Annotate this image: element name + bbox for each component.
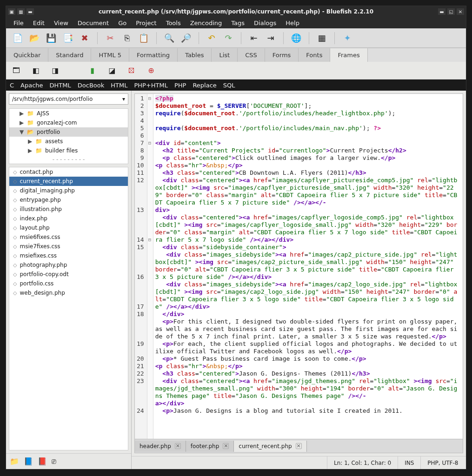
file-item[interactable]: ◇portfolio-copy.odt <box>9 270 128 279</box>
cut-icon[interactable]: ✂ <box>103 31 117 45</box>
frame-delete-icon[interactable]: ⛝ <box>126 65 137 76</box>
tree-item-portfolio[interactable]: ▼📂portfolio <box>9 127 128 137</box>
code-area[interactable]: <?php $document_root = $_SERVER['DOCUMEN… <box>153 94 463 439</box>
maximize-icon[interactable]: ◱ <box>447 8 455 15</box>
code-editor[interactable]: 1 2 3 4 5 6 7 8 9 10 11 12 13 14 15 16 1… <box>134 93 463 439</box>
lang-sql[interactable]: SQL <box>223 82 235 89</box>
indent-icon[interactable]: ⇥ <box>264 31 278 45</box>
expand-icon[interactable]: ▶ <box>20 119 24 126</box>
win-grid-icon[interactable]: ▦ <box>17 8 25 15</box>
frame-right-icon[interactable]: ◨ <box>50 65 61 76</box>
lang-php[interactable]: PHP <box>174 82 186 89</box>
status-insert[interactable]: INS <box>398 456 420 469</box>
win-min2-icon[interactable]: ▬ <box>27 8 34 15</box>
copy-icon[interactable]: ⎘ <box>120 31 134 45</box>
tree-item-ajss[interactable]: ▶📁AJSS <box>9 109 128 118</box>
menu-project[interactable]: Project <box>131 18 161 28</box>
menu-tags[interactable]: Tags <box>226 18 249 28</box>
tree-item-builder[interactable]: ▶📁builder files <box>9 146 128 155</box>
file-item[interactable]: ◇msiefixes.css <box>9 251 128 260</box>
tree-item-gonzalezj[interactable]: ▶📁gonzalezj-com <box>9 118 128 127</box>
file-item[interactable]: ◇entrypage.php <box>9 195 128 205</box>
menu-document[interactable]: Document <box>73 18 113 28</box>
expand-icon[interactable]: ▶ <box>20 110 24 117</box>
open-file-icon[interactable]: 📂 <box>27 31 41 45</box>
lang-html[interactable]: HTML <box>111 82 127 89</box>
snippets-icon[interactable]: ⎚ <box>52 457 56 466</box>
tab-html5[interactable]: HTML 5 <box>91 48 129 62</box>
close-icon[interactable]: ✕ <box>457 8 464 15</box>
menu-go[interactable]: Go <box>113 18 131 28</box>
search-replace-icon[interactable]: 🔎 <box>179 31 193 45</box>
filetab-footer[interactable]: footer.php✕ <box>186 441 234 452</box>
lang-replace[interactable]: Replace <box>193 82 216 89</box>
close-tab-icon[interactable]: ✕ <box>223 443 229 449</box>
save-as-icon[interactable]: 📑 <box>61 31 75 45</box>
file-item[interactable]: ◇msie7fixes.css <box>9 242 128 251</box>
frame-target-icon[interactable]: ⊕ <box>146 65 157 76</box>
charmap-icon[interactable]: 📕 <box>38 457 47 466</box>
close-tab-icon[interactable]: ✕ <box>175 443 181 449</box>
preferences-icon[interactable]: ✦ <box>340 31 354 45</box>
menu-tools[interactable]: Tools <box>161 18 186 28</box>
close-file-icon[interactable]: ✖ <box>78 31 92 45</box>
file-item[interactable]: ◇photography.php <box>9 260 128 270</box>
tab-fonts[interactable]: Fonts <box>299 48 330 62</box>
file-item[interactable]: ◇illustration.php <box>9 205 128 214</box>
file-item[interactable]: ◇digital_imaging.php <box>9 186 128 195</box>
tab-css[interactable]: CSS <box>238 48 265 62</box>
expand-icon[interactable]: ▶ <box>28 138 33 145</box>
frame-add-icon[interactable]: ◪ <box>106 65 118 76</box>
lang-c[interactable]: C <box>10 82 14 89</box>
menu-zencoding[interactable]: Zencoding <box>186 18 227 28</box>
paste-icon[interactable]: 📋 <box>137 31 151 45</box>
filebrowser-icon[interactable]: 📁 <box>10 457 19 466</box>
collapse-icon[interactable]: ▼ <box>20 129 24 135</box>
tab-list[interactable]: List <box>212 48 238 62</box>
search-icon[interactable]: 🔍 <box>162 31 176 45</box>
tab-frames[interactable]: Frames <box>330 48 367 62</box>
tab-formatting[interactable]: Formatting <box>129 48 178 62</box>
filetab-header[interactable]: header.php✕ <box>135 441 186 452</box>
tab-standard[interactable]: Standard <box>48 48 91 62</box>
fold-gutter[interactable]: ⊟ ⊟ ⊟ <box>147 94 153 439</box>
fullscreen-icon[interactable]: ▦ <box>315 31 329 45</box>
file-item[interactable]: ◇web_design.php <box>9 288 128 298</box>
file-item[interactable]: ◇contact.php <box>9 167 128 177</box>
save-icon[interactable]: 💾 <box>44 31 58 45</box>
menu-dialogs[interactable]: Dialogs <box>249 18 281 28</box>
new-file-icon[interactable]: 📄 <box>11 31 25 45</box>
lang-phphtml[interactable]: PHP+HTML <box>134 82 168 89</box>
filetab-current[interactable]: current_recent.php✕ <box>234 441 306 452</box>
frame-doc-icon[interactable]: ▮ <box>87 65 98 76</box>
win-menu-icon[interactable]: ▣ <box>8 8 15 15</box>
file-item[interactable]: ◇portfolio.css <box>9 279 128 288</box>
menu-view[interactable]: View <box>49 18 73 28</box>
file-item[interactable]: ◇index.php <box>9 214 128 223</box>
minimize-icon[interactable]: ▬ <box>438 8 445 15</box>
tree-item-assets[interactable]: ▶📁assets <box>9 137 128 146</box>
close-tab-icon[interactable]: ✕ <box>296 443 302 449</box>
bookmarks-icon[interactable]: 📘 <box>24 457 33 466</box>
status-encoding[interactable]: PHP, UTF-8 <box>420 456 465 469</box>
file-item[interactable]: ◇layout.php <box>9 223 128 232</box>
tab-tables[interactable]: Tables <box>178 48 212 62</box>
lang-dhtml[interactable]: DHTML <box>50 82 71 89</box>
tab-quickbar[interactable]: Quickbar <box>6 48 48 62</box>
browser-icon[interactable]: 🌐 <box>289 31 303 45</box>
file-item[interactable]: ◇msie6fixes.css <box>9 232 128 242</box>
lang-docbook[interactable]: DocBook <box>78 82 104 89</box>
undo-icon[interactable]: ↶ <box>205 31 219 45</box>
frame-left-icon[interactable]: ◧ <box>30 65 41 76</box>
unindent-icon[interactable]: ⇤ <box>247 31 261 45</box>
lang-apache[interactable]: Apache <box>20 82 43 89</box>
path-selector[interactable]: /srv/http/jgpws.com/portfolio ▾ <box>9 93 128 105</box>
menu-edit[interactable]: Edit <box>28 18 49 28</box>
redo-icon[interactable]: ↷ <box>221 31 235 45</box>
expand-icon[interactable]: ▶ <box>28 147 33 154</box>
tab-forms[interactable]: Forms <box>265 48 299 62</box>
file-item[interactable]: ◇current_recent.php <box>9 177 128 186</box>
menu-help[interactable]: Help <box>281 18 304 28</box>
menu-file[interactable]: File <box>9 18 28 28</box>
frameset-icon[interactable]: 🗔 <box>11 65 22 76</box>
